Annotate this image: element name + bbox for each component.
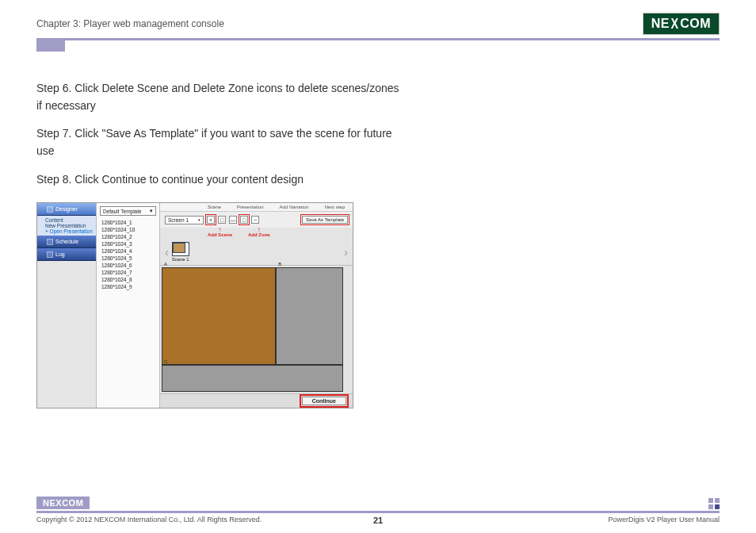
nav-designer[interactable]: Designer [37,203,96,216]
list-item[interactable]: 1280*1024_9 [100,283,156,290]
list-item[interactable]: 1280*1024_6 [100,262,156,269]
nav-designer-label: Designer [55,206,78,212]
nav-content[interactable]: Content [45,217,96,223]
resolution-list: 1280*1024_1 1280*1024_10 1280*1024_2 128… [100,219,156,290]
brand-part2: COM [62,498,83,508]
nav-log[interactable]: Log [37,248,96,261]
scene-strip: ‹ Scene 1 › [160,239,353,266]
chevron-left-icon[interactable]: ‹ [165,246,169,259]
brand-part1: NE [43,498,55,508]
delete-scene-button[interactable]: □ [218,216,226,224]
chevron-down-icon: ▾ [150,208,153,214]
zone-a[interactable] [162,267,276,364]
zone-b[interactable] [276,267,343,364]
template-panel: Default Template ▾ 1280*1024_1 1280*1024… [97,203,160,408]
sidebar: Designer Content New Presentation + Open… [37,203,97,408]
topmenu-presentation[interactable]: Presentation [237,205,264,209]
list-item[interactable]: 1280*1024_8 [100,276,156,283]
list-item[interactable]: 1280*1024_7 [100,269,156,276]
save-as-template-button[interactable]: Save As Template [302,216,348,224]
copyright-text: Copyright © 2012 NEXCOM International Co… [36,516,262,523]
template-select[interactable]: Default Template ▾ [100,206,156,216]
list-item[interactable]: 1280*1024_4 [100,247,156,255]
callout-row: Add Scene Add Zone [160,228,353,239]
brand-part2: COM [680,17,711,31]
scene-thumb-1[interactable]: Scene 1 [172,242,189,262]
chapter-title: Chapter 3: Player web management console [36,18,224,29]
top-menu: Scene Presentation Add Narration Next st… [160,203,353,212]
nav-designer-sub: Content New Presentation + Open Presenta… [37,216,96,236]
nav-open-presentation[interactable]: + Open Presentation [45,228,96,234]
callout-add-zone: Add Zone [248,228,270,237]
add-zone-button[interactable]: □ [240,216,248,224]
chevron-down-icon: ▾ [198,217,200,222]
topmenu-scene[interactable]: Scene [208,205,221,209]
footer-ornament-icon [708,498,720,509]
chevron-right-icon[interactable]: › [344,246,348,259]
log-icon [47,251,53,258]
scene-thumb-label: Scene 1 [172,257,189,262]
editor-panel: Scene Presentation Add Narration Next st… [160,203,353,408]
list-item[interactable]: 1280*1024_2 [100,233,156,240]
screen-select-label: Screen 1 [168,217,189,223]
template-select-label: Default Template [103,209,142,214]
nav-schedule-label: Schedule [55,239,78,244]
bottom-bar: Continue [160,393,353,408]
page-footer: NEXCOM Copyright © 2012 NEXCOM Internati… [36,497,720,523]
nav-schedule[interactable]: Schedule [37,236,96,248]
step-6-text: Step 6. Click Delete Scene and Delete Zo… [36,80,401,114]
zone-c[interactable] [162,365,343,393]
step-8-text: Step 8. Click Continue to continue your … [36,171,401,189]
nav-new-presentation[interactable]: New Presentation [45,223,96,228]
step-7-text: Step 7. Click "Save As Template" if you … [36,125,401,159]
app-screenshot: Designer Content New Presentation + Open… [36,202,353,408]
topmenu-next-step[interactable]: Next step [325,205,345,209]
scene-thumb-icon [172,242,189,256]
footer-brand-logo: NEXCOM [36,497,90,509]
add-scene-button[interactable]: + [207,216,215,224]
toolbar: Screen 1 ▾ + □ — □ − Save As Template [160,212,353,228]
topmenu-add-narration[interactable]: Add Narration [280,205,309,209]
pencil-icon [47,206,53,213]
brand-x-icon: X [55,498,62,508]
screen-select[interactable]: Screen 1 ▾ [165,216,204,224]
continue-button[interactable]: Continue [302,397,346,405]
delete-zone-button[interactable]: − [251,216,259,224]
calendar-icon [47,239,53,245]
brand-logo: NEXCOM [643,13,720,35]
delete-scene-x-button[interactable]: — [229,216,237,224]
list-item[interactable]: 1280*1024_5 [100,255,156,262]
list-item[interactable]: 1280*1024_10 [100,226,156,233]
callout-add-scene: Add Scene [208,228,232,237]
layout-canvas[interactable] [162,267,343,392]
list-item[interactable]: 1280*1024_3 [100,240,156,247]
brand-x-icon: X [671,15,679,33]
list-item[interactable]: 1280*1024_1 [100,219,156,226]
nav-log-label: Log [55,251,65,257]
page-thumb-tab [36,40,65,52]
manual-title: PowerDigis V2 Player User Manual [608,516,720,523]
page-number: 21 [373,516,383,525]
brand-part1: NE [651,17,670,31]
